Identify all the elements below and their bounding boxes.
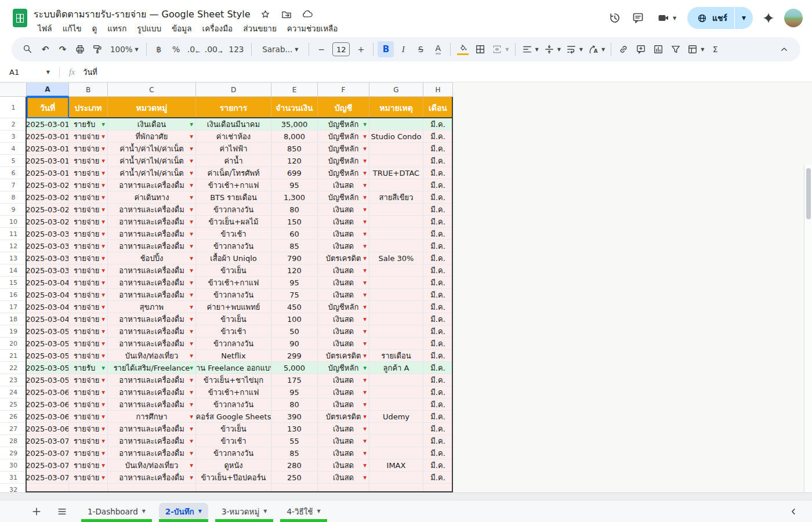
cell-B19[interactable]: รายจ่าย▼ [69,325,108,338]
cell-A8[interactable]: 2025-03-02 [27,191,69,204]
cell-A26[interactable]: 2025-03-06 [27,411,69,423]
cell-F3[interactable]: บัญชีหลัก▼ [318,130,369,143]
cell-D23[interactable]: ข้าวเย็น+ชาไข่มุก [196,374,271,386]
number-format-button[interactable]: 123 [226,41,248,57]
cell-H14[interactable]: มี.ค. [423,264,453,277]
cell-A32[interactable] [27,484,69,492]
cell-A7[interactable]: 2025-03-02 [27,179,69,191]
cell-F17[interactable]: บัญชีหลัก▼ [318,301,369,313]
increase-decimal-button[interactable]: .00→ [203,41,224,57]
scrollbar-thumb[interactable] [806,168,811,219]
sheet-tab-4[interactable]: 4-วิธีใช้▼ [278,501,329,522]
cell-G15[interactable] [369,277,423,289]
cell-B25[interactable]: รายจ่าย▼ [69,398,108,411]
cell-B4[interactable]: รายจ่าย▼ [69,143,108,155]
cell-D31[interactable]: ข้าวเย็น+ป๊อปคอร์น [196,472,271,484]
dropdown-arrow-icon[interactable]: ▼ [190,329,193,334]
cell-F7[interactable]: เงินสด▼ [318,179,369,191]
cell-F15[interactable]: เงินสด▼ [318,277,369,289]
row-number-3[interactable]: 3 [0,130,27,143]
cell-B6[interactable]: รายจ่าย▼ [69,167,108,179]
cell-C23[interactable]: อาหารและเครื่องดื่ม▼ [108,374,196,386]
dropdown-arrow-icon[interactable]: ▼ [363,207,367,212]
cell-B30[interactable]: รายจ่าย▼ [69,459,108,472]
cell-A24[interactable]: 2025-03-06 [27,386,69,398]
cell-C5[interactable]: ค่าน้ำ/ค่าไฟ/ค่าเน็ต▼ [108,155,196,167]
cell-G14[interactable] [369,264,423,277]
row-number-27[interactable]: 27 [0,423,27,435]
cell-G26[interactable]: Udemy [369,411,423,423]
cell-F23[interactable]: เงินสด▼ [318,374,369,386]
dropdown-arrow-icon[interactable]: ▼ [363,146,367,151]
cell-G2[interactable] [369,118,423,130]
header-cell-6[interactable]: บัญชี [318,97,369,118]
cell-E20[interactable]: 90 [271,338,318,350]
strikethrough-button[interactable]: S [412,41,429,57]
tab-dropdown-icon[interactable]: ▼ [263,509,267,514]
cell-D25[interactable]: ข้าวกลางวัน [196,398,271,411]
cell-D26[interactable]: คอร์ส Google Sheets [196,411,271,423]
cell-D9[interactable]: ข้าวกลางวัน [196,204,271,216]
dropdown-arrow-icon[interactable]: ▼ [363,292,367,298]
dropdown-arrow-icon[interactable]: ▼ [363,317,367,322]
cell-C31[interactable]: อาหารและเครื่องดื่ม▼ [108,472,196,484]
cell-C6[interactable]: ค่าน้ำ/ค่าไฟ/ค่าเน็ต▼ [108,167,196,179]
row-number-25[interactable]: 25 [0,398,27,411]
dropdown-arrow-icon[interactable]: ▼ [102,365,105,371]
cell-E5[interactable]: 120 [271,155,318,167]
dropdown-arrow-icon[interactable]: ▼ [363,463,367,468]
menu-item-9[interactable]: ความช่วยเหลือ [282,21,343,36]
version-history-icon[interactable] [607,10,622,26]
cell-E32[interactable] [271,484,318,492]
sheets-logo-icon[interactable] [13,9,27,27]
horizontal-scroll-strip[interactable] [0,492,812,500]
dropdown-arrow-icon[interactable]: ▼ [190,268,193,273]
dropdown-arrow-icon[interactable]: ▼ [102,122,105,127]
sheet-tab-1[interactable]: 1-Dashboard▼ [79,501,154,522]
dropdown-arrow-icon[interactable]: ▼ [363,256,367,261]
cell-B2[interactable]: รายรับ▼ [69,118,108,130]
cell-C27[interactable]: อาหารและเครื่องดื่ม▼ [108,423,196,435]
cell-E21[interactable]: 299 [271,350,318,362]
cell-E29[interactable]: 85 [271,447,318,459]
cell-C28[interactable]: อาหารและเครื่องดื่ม▼ [108,435,196,447]
cell-H28[interactable]: มี.ค. [423,435,453,447]
cell-F22[interactable]: บัญชีหลัก▼ [318,362,369,374]
cell-B18[interactable]: รายจ่าย▼ [69,313,108,325]
cell-C7[interactable]: อาหารและเครื่องดื่ม▼ [108,179,196,191]
cell-H26[interactable]: มี.ค. [423,411,453,423]
cell-D19[interactable]: ข้าวเช้า [196,325,271,338]
text-color-button[interactable]: A [430,41,446,57]
cell-G9[interactable] [369,204,423,216]
cell-C10[interactable]: อาหารและเครื่องดื่ม▼ [108,216,196,228]
cell-C29[interactable]: อาหารและเครื่องดื่ม▼ [108,447,196,459]
row-number-8[interactable]: 8 [0,191,27,204]
cell-D21[interactable]: Netflix [196,350,271,362]
cell-C21[interactable]: บันเทิง/ท่องเที่ยว▼ [108,350,196,362]
cell-G12[interactable] [369,240,423,252]
cell-A12[interactable]: 2025-03-03 [27,240,69,252]
row-number-32[interactable]: 32 [0,484,27,492]
cell-F19[interactable]: เงินสด▼ [318,325,369,338]
cell-G23[interactable] [369,374,423,386]
paint-format-button[interactable] [89,41,106,57]
cell-G24[interactable] [369,386,423,398]
dropdown-arrow-icon[interactable]: ▼ [363,122,367,127]
cell-H5[interactable]: มี.ค. [423,155,453,167]
row-number-15[interactable]: 15 [0,277,27,289]
row-number-1[interactable]: 1 [0,97,27,118]
dropdown-arrow-icon[interactable]: ▼ [102,171,105,176]
text-rotation-button[interactable]: A▼ [586,41,607,57]
cell-E25[interactable]: 80 [271,398,318,411]
cell-G22[interactable]: ลูกค้า A [369,362,423,374]
cell-D11[interactable]: ข้าวเช้า [196,228,271,240]
dropdown-arrow-icon[interactable]: ▼ [190,426,193,432]
cell-E30[interactable]: 280 [271,459,318,472]
tab-dropdown-icon[interactable]: ▼ [317,509,321,514]
print-button[interactable] [72,41,88,57]
dropdown-arrow-icon[interactable]: ▼ [190,353,193,358]
menu-item-8[interactable]: ส่วนขยาย [238,21,282,36]
table-views-button[interactable]: ▼ [685,41,706,57]
cell-C12[interactable]: อาหารและเครื่องดื่ม▼ [108,240,196,252]
row-number-26[interactable]: 26 [0,411,27,423]
